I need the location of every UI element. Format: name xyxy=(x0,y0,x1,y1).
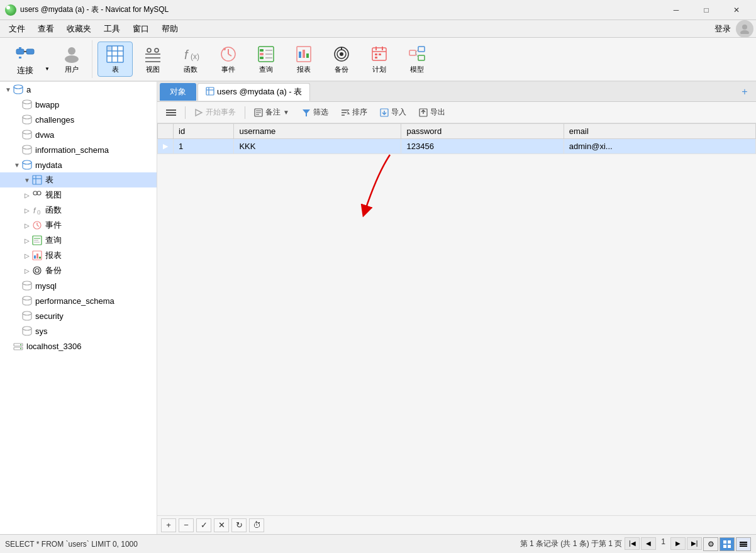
close-button[interactable]: ✕ xyxy=(722,0,751,20)
minimize-button[interactable]: ─ xyxy=(662,0,691,20)
model-button[interactable]: 模型 xyxy=(399,42,435,77)
grid-view-button[interactable] xyxy=(720,537,735,551)
row-indicator: ▶ xyxy=(158,139,174,154)
svg-point-86 xyxy=(20,348,21,349)
function-button[interactable]: f (x) 函数 xyxy=(173,42,208,77)
sidebar-item-reports[interactable]: ▷ 报表 xyxy=(0,248,157,263)
nav-prev-button[interactable]: ◀ xyxy=(641,537,656,550)
table-row[interactable]: ▶ 1 KKK 123456 admin@xi... xyxy=(158,139,756,154)
svg-point-58 xyxy=(23,160,31,164)
filter-button[interactable]: 筛选 xyxy=(297,105,333,120)
tab-objects[interactable]: 对象 xyxy=(160,83,196,101)
svg-rect-59 xyxy=(33,176,42,184)
import-label: 导入 xyxy=(391,107,406,118)
notes-button[interactable]: 备注 ▼ xyxy=(249,105,294,120)
cell-email[interactable]: admin@xi... xyxy=(564,139,755,154)
sidebar-item-events[interactable]: ▷ 事件 xyxy=(0,218,157,233)
sidebar-item-dvwa[interactable]: dvwa xyxy=(0,127,157,142)
report-button[interactable]: 报表 xyxy=(286,42,321,77)
nav-last-button[interactable]: ▶| xyxy=(687,537,702,550)
status-bar: SELECT * FROM `users` LIMIT 0, 1000 第 1 … xyxy=(0,534,756,553)
menu-help[interactable]: 帮助 xyxy=(155,21,184,37)
svg-rect-109 xyxy=(723,545,726,548)
timer-button[interactable]: ⏱ xyxy=(249,518,264,532)
begin-transaction-label: 开始事务 xyxy=(206,107,236,118)
refresh-button[interactable]: ↻ xyxy=(231,518,247,532)
sidebar-item-bwapp[interactable]: bwapp xyxy=(0,97,157,112)
sidebar-item-security[interactable]: security xyxy=(0,308,157,323)
sidebar-item-sys[interactable]: sys xyxy=(0,323,157,338)
view-button[interactable]: 视图 xyxy=(135,42,170,77)
db-icon-a xyxy=(13,84,24,95)
filter-icon xyxy=(302,108,311,117)
col-header-id[interactable]: id xyxy=(174,124,234,139)
sidebar-item-queries[interactable]: ▷ 查询 xyxy=(0,233,157,248)
svg-line-68 xyxy=(37,225,39,226)
svg-rect-6 xyxy=(19,57,21,59)
menu-favorites[interactable]: 收藏夹 xyxy=(60,21,97,37)
sidebar-item-mysql[interactable]: mysql xyxy=(0,278,157,293)
tree-arrow-mysql xyxy=(13,281,21,290)
table-button[interactable]: 表 xyxy=(97,42,133,77)
discard-button[interactable]: ✕ xyxy=(214,518,229,532)
db-icon-sys xyxy=(21,325,33,337)
svg-rect-34 xyxy=(299,52,301,58)
tab-add-button[interactable]: + xyxy=(736,83,753,101)
sidebar-item-tables[interactable]: ▼ 表 xyxy=(0,172,157,187)
nav-next-button[interactable]: ▶ xyxy=(670,537,686,550)
delete-record-button[interactable]: − xyxy=(179,518,194,532)
connection-button[interactable]: 连接 ▼ xyxy=(8,42,52,77)
begin-transaction-button[interactable]: 开始事务 xyxy=(189,105,241,120)
sidebar-item-mysql-label: mysql xyxy=(35,281,57,291)
report-label: 报表 xyxy=(297,65,311,74)
cell-username[interactable]: KKK xyxy=(234,139,401,154)
schedule-icon xyxy=(370,45,388,63)
import-button[interactable]: 导入 xyxy=(375,105,411,120)
sidebar-item-backups[interactable]: ▷ 备份 xyxy=(0,263,157,278)
schedule-button[interactable]: 计划 xyxy=(362,42,397,77)
sidebar-item-views[interactable]: ▷ 视图 xyxy=(0,187,157,203)
sidebar-item-a[interactable]: ▼ a xyxy=(0,82,157,97)
event-button[interactable]: 事件 xyxy=(211,42,246,77)
tab-table[interactable]: users @mydata (a) - 表 xyxy=(197,83,310,101)
sort-button[interactable]: 排序 xyxy=(336,105,372,120)
add-record-button[interactable]: + xyxy=(161,518,176,532)
menu-view[interactable]: 查看 xyxy=(31,21,60,37)
connection-dropdown-arrow[interactable]: ▼ xyxy=(43,42,52,77)
settings-button[interactable]: ⚙ xyxy=(703,537,718,551)
sidebar-item-mydata[interactable]: ▼ mydata xyxy=(0,157,157,172)
menu-tools[interactable]: 工具 xyxy=(97,21,126,37)
sidebar-item-functions[interactable]: ▷ f() 函数 xyxy=(0,203,157,218)
sidebar-item-information-schema[interactable]: information_schema xyxy=(0,142,157,157)
menu-window[interactable]: 窗口 xyxy=(126,21,155,37)
user-avatar[interactable] xyxy=(736,20,753,38)
reports-icon xyxy=(31,250,43,261)
sidebar-item-challenges[interactable]: challenges xyxy=(0,112,157,127)
col-header-username[interactable]: username xyxy=(234,124,401,139)
sidebar-item-performance-schema[interactable]: performance_schema xyxy=(0,293,157,308)
form-view-button[interactable] xyxy=(736,537,751,551)
login-link[interactable]: 登录 xyxy=(714,23,731,35)
maximize-button[interactable]: □ xyxy=(692,0,721,20)
confirm-button[interactable]: ✓ xyxy=(196,518,211,532)
red-arrow-annotation xyxy=(352,148,415,226)
svg-rect-45 xyxy=(375,53,377,55)
sidebar-item-localhost[interactable]: localhost_3306 xyxy=(0,338,157,354)
backup-button[interactable]: 备份 xyxy=(324,42,359,77)
import-icon xyxy=(380,108,389,117)
data-table-wrap[interactable]: id username password email ▶ 1 KKK 12345… xyxy=(157,123,756,154)
export-button[interactable]: 导出 xyxy=(414,105,450,120)
query-button[interactable]: 查询 xyxy=(248,42,284,77)
col-header-password[interactable]: password xyxy=(401,124,564,139)
user-icon xyxy=(63,45,81,63)
svg-point-15 xyxy=(147,48,151,52)
user-button[interactable]: 用户 xyxy=(54,42,89,77)
cell-id[interactable]: 1 xyxy=(174,139,234,154)
cell-password[interactable]: 123456 xyxy=(401,139,564,154)
col-header-email[interactable]: email xyxy=(564,124,755,139)
nav-first-button[interactable]: |◀ xyxy=(625,537,640,550)
menu-icon-button[interactable] xyxy=(161,107,181,118)
svg-point-39 xyxy=(340,52,343,56)
menu-file[interactable]: 文件 xyxy=(3,21,31,37)
row-indicator-header xyxy=(158,124,174,139)
